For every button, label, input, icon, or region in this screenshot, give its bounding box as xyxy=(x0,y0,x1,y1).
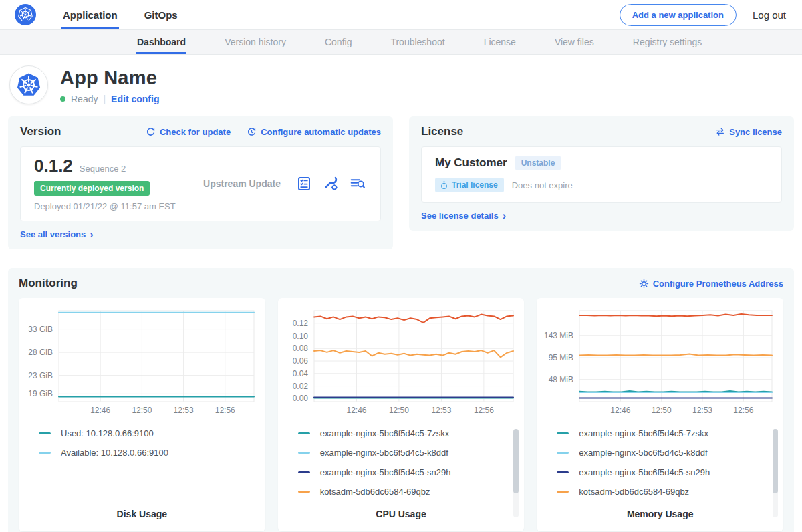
legend-item: example-nginx-5bc6f5d4c5-7zskx xyxy=(557,427,778,440)
svg-text:12:46: 12:46 xyxy=(611,406,631,415)
legend-label: example-nginx-5bc6f5d4c5-k8ddf xyxy=(320,448,448,458)
legend-item: Used: 10.128.0.66:9100 xyxy=(39,427,260,440)
sync-arrows-icon xyxy=(715,127,725,136)
config-wrench-icon[interactable] xyxy=(323,176,339,192)
legend-scrollbar-thumb[interactable] xyxy=(773,429,778,493)
svg-text:33 GiB: 33 GiB xyxy=(28,325,53,334)
tab-application[interactable]: Application xyxy=(61,1,119,29)
legend-label: kotsadm-5db6dc6584-69qbz xyxy=(320,487,430,497)
legend-label: example-nginx-5bc6f5d4c5-7zskx xyxy=(320,428,450,438)
license-card-title: License xyxy=(421,125,463,138)
license-type-badge: Trial license xyxy=(435,178,504,192)
monitoring-title: Monitoring xyxy=(19,277,78,290)
divider: | xyxy=(103,94,106,104)
svg-text:28 GiB: 28 GiB xyxy=(28,348,53,357)
tab-dashboard[interactable]: Dashboard xyxy=(136,30,186,54)
svg-text:48 MiB: 48 MiB xyxy=(549,375,573,384)
tab-troubleshoot[interactable]: Troubleshoot xyxy=(390,30,445,54)
status-text: Ready xyxy=(71,94,98,104)
series-color-swatch xyxy=(557,491,569,493)
svg-text:0.06: 0.06 xyxy=(292,356,308,366)
logout-button[interactable]: Log out xyxy=(753,9,786,21)
legend-scrollbar[interactable] xyxy=(773,429,778,517)
channel-badge: Unstable xyxy=(515,156,561,170)
version-card: Version Check for update xyxy=(8,116,393,249)
svg-text:12:50: 12:50 xyxy=(652,406,672,415)
tab-config[interactable]: Config xyxy=(324,30,352,54)
series-color-swatch xyxy=(39,452,51,454)
series-color-swatch xyxy=(298,452,310,454)
check-for-update-link[interactable]: Check for update xyxy=(146,127,231,137)
svg-text:12:50: 12:50 xyxy=(389,406,409,415)
configure-prometheus-link[interactable]: Configure Prometheus Address xyxy=(639,279,783,289)
tab-gitops[interactable]: GitOps xyxy=(143,1,179,29)
svg-text:12:53: 12:53 xyxy=(692,406,712,415)
svg-text:0.10: 0.10 xyxy=(292,331,308,341)
series-color-swatch xyxy=(298,432,310,434)
sync-license-link[interactable]: Sync license xyxy=(715,127,782,137)
tab-registry-settings[interactable]: Registry settings xyxy=(632,30,702,54)
disk-usage-chart-card: 33 GiB28 GiB23 GiB19 GiB12:4612:5012:531… xyxy=(19,298,265,531)
edit-config-link[interactable]: Edit config xyxy=(111,94,159,104)
version-number: 0.1.2 xyxy=(34,156,73,176)
legend-item: example-nginx-5bc6f5d4c5-k8ddf xyxy=(298,446,519,459)
series-color-swatch xyxy=(298,491,310,493)
svg-text:23 GiB: 23 GiB xyxy=(28,371,53,380)
license-summary-row: My Customer Unstable Trial license Does … xyxy=(421,146,782,203)
tab-license[interactable]: License xyxy=(483,30,517,54)
gear-icon xyxy=(639,279,649,289)
chart-title: Disk Usage xyxy=(24,498,260,526)
currently-deployed-badge: Currently deployed version xyxy=(34,181,150,196)
series-color-swatch xyxy=(39,432,51,434)
legend-item: example-nginx-5bc6f5d4c5-7zskx xyxy=(298,427,519,440)
legend-item: example-nginx-5bc6f5d4c5-sn29h xyxy=(557,466,778,479)
app-sub-nav: Dashboard Version history Config Trouble… xyxy=(0,29,802,55)
tab-view-files[interactable]: View files xyxy=(554,30,595,54)
chart-title: Memory Usage xyxy=(542,498,778,526)
preflight-checks-icon[interactable] xyxy=(296,176,312,192)
license-expiry: Does not expire xyxy=(512,180,573,190)
current-version-row: 0.1.2 Sequence 2 Currently deployed vers… xyxy=(20,146,381,221)
app-header: App Name Ready | Edit config xyxy=(0,55,802,116)
svg-text:12:50: 12:50 xyxy=(132,406,152,415)
dashboard-cards-row: Version Check for update xyxy=(0,116,802,249)
cpu-usage-chart-card: 0.120.100.080.060.040.020.0012:4612:5012… xyxy=(278,298,525,531)
svg-text:95 MiB: 95 MiB xyxy=(549,353,573,362)
see-license-details-link[interactable]: See license details› xyxy=(421,211,506,221)
cpu-usage-chart: 0.120.100.080.060.040.020.0012:4612:5012… xyxy=(283,306,519,418)
version-card-title: Version xyxy=(20,125,61,138)
legend-item: example-nginx-5bc6f5d4c5-k8ddf xyxy=(557,446,778,459)
svg-text:0.08: 0.08 xyxy=(292,344,308,353)
deploy-logs-icon[interactable] xyxy=(350,176,366,191)
svg-text:0.02: 0.02 xyxy=(292,382,308,391)
svg-text:12:56: 12:56 xyxy=(215,406,235,415)
legend-scrollbar-thumb[interactable] xyxy=(513,429,519,493)
see-all-versions-link[interactable]: See all versions› xyxy=(20,229,94,239)
legend-label: Available: 10.128.0.66:9100 xyxy=(61,448,168,458)
top-nav: Application GitOps Add a new application… xyxy=(0,0,802,29)
svg-text:0.00: 0.00 xyxy=(292,394,308,403)
memory-usage-chart-card: 143 MiB95 MiB48 MiB12:4612:5012:5312:56 … xyxy=(537,298,783,531)
version-source-label: Upstream Update xyxy=(188,178,296,189)
stopwatch-icon xyxy=(440,181,448,190)
svg-text:143 MiB: 143 MiB xyxy=(544,331,573,340)
series-color-swatch xyxy=(557,471,569,473)
legend-scrollbar[interactable] xyxy=(513,429,519,517)
svg-text:12:46: 12:46 xyxy=(90,406,110,415)
chevron-right-icon: › xyxy=(503,213,506,219)
kubernetes-app-icon xyxy=(15,72,42,98)
legend-item: example-nginx-5bc6f5d4c5-sn29h xyxy=(298,466,519,479)
series-color-swatch xyxy=(557,452,569,454)
svg-text:12:53: 12:53 xyxy=(431,406,451,415)
chart-title: CPU Usage xyxy=(283,498,519,526)
series-color-swatch xyxy=(557,432,569,434)
legend-label: kotsadm-5db6dc6584-69qbz xyxy=(579,487,689,497)
cpu-usage-legend: example-nginx-5bc6f5d4c5-7zskx example-n… xyxy=(298,427,519,498)
customer-name: My Customer xyxy=(435,156,507,170)
legend-label: example-nginx-5bc6f5d4c5-sn29h xyxy=(579,467,710,477)
svg-text:0.12: 0.12 xyxy=(292,319,308,328)
tab-version-history[interactable]: Version history xyxy=(224,30,287,54)
svg-text:12:56: 12:56 xyxy=(734,406,754,415)
add-application-button[interactable]: Add a new application xyxy=(620,4,737,26)
configure-automatic-updates-link[interactable]: Configure automatic updates xyxy=(247,127,381,137)
